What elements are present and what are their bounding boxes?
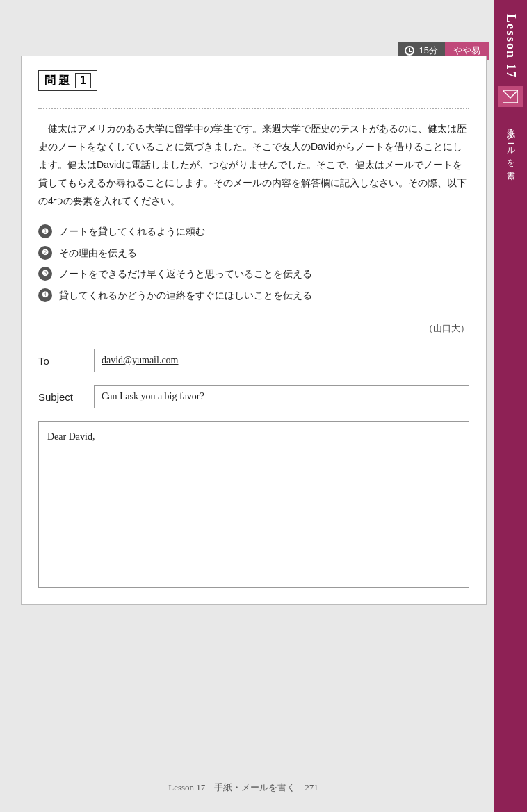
to-label: To bbox=[38, 355, 94, 367]
task-num-2: ❷ bbox=[38, 246, 52, 260]
sidebar-subtitle: 手紙・メールを書く bbox=[505, 121, 517, 179]
task-item-3: ❸ ノートをできるだけ早く返そうと思っていることを伝える bbox=[38, 266, 469, 281]
sidebar-lesson-label: Lesson 17 bbox=[503, 14, 518, 79]
subject-label: Subject bbox=[38, 391, 94, 403]
task-item-1: ❶ ノートを貸してくれるように頼む bbox=[38, 224, 469, 239]
page-wrapper: 15分 やや易 問 題 1 健太はアメリカのある大学に留学中の学生です。来週大学… bbox=[0, 0, 527, 812]
task-num-1: ❶ bbox=[38, 224, 52, 238]
body-greeting: Dear David, bbox=[47, 431, 95, 442]
task-item-2: ❷ その理由を伝える bbox=[38, 245, 469, 260]
task-list: ❶ ノートを貸してくれるように頼む ❷ その理由を伝える ❸ ノートをできるだけ… bbox=[38, 224, 469, 303]
page-footer: Lesson 17 手紙・メールを書く 271 bbox=[0, 781, 487, 794]
sidebar: Lesson 17 手紙・メールを書く bbox=[494, 0, 527, 812]
task-source: （山口大） bbox=[38, 322, 469, 335]
email-subject-row: Subject bbox=[38, 385, 469, 408]
instruction-text: 健太はアメリカのある大学に留学中の学生です。来週大学で歴史のテストがあるのに、健… bbox=[38, 120, 469, 210]
task-text-2: その理由を伝える bbox=[59, 245, 137, 260]
main-card: 問 題 1 健太はアメリカのある大学に留学中の学生です。来週大学で歴史のテストが… bbox=[21, 56, 487, 605]
email-body-box: Dear David, bbox=[38, 421, 469, 588]
email-body-area: Dear David, bbox=[38, 421, 469, 588]
task-text-4: 貸してくれるかどうかの連絡をすぐにほしいことを伝える bbox=[59, 288, 312, 303]
email-form: To Subject Dear David, bbox=[38, 349, 469, 588]
task-num-3: ❸ bbox=[38, 267, 52, 281]
sidebar-icon bbox=[498, 86, 523, 107]
difficulty-label: やや易 bbox=[453, 45, 480, 56]
task-item-4: ❹ 貸してくれるかどうかの連絡をすぐにほしいことを伝える bbox=[38, 288, 469, 303]
task-text-3: ノートをできるだけ早く返そうと思っていることを伝える bbox=[59, 266, 312, 281]
task-num-4: ❹ bbox=[38, 288, 52, 302]
problem-header-wrapper: 問 題 1 bbox=[38, 70, 469, 101]
email-to-row: To bbox=[38, 349, 469, 372]
divider bbox=[38, 108, 469, 109]
mail-icon bbox=[503, 90, 518, 103]
problem-number: 1 bbox=[75, 73, 91, 88]
to-input[interactable] bbox=[94, 349, 469, 372]
problem-label2: 題 bbox=[58, 74, 70, 88]
problem-label1: 問 bbox=[44, 74, 56, 88]
task-text-1: ノートを貸してくれるように頼む bbox=[59, 224, 205, 239]
problem-header: 問 題 1 bbox=[38, 70, 97, 91]
subject-input[interactable] bbox=[94, 385, 469, 408]
